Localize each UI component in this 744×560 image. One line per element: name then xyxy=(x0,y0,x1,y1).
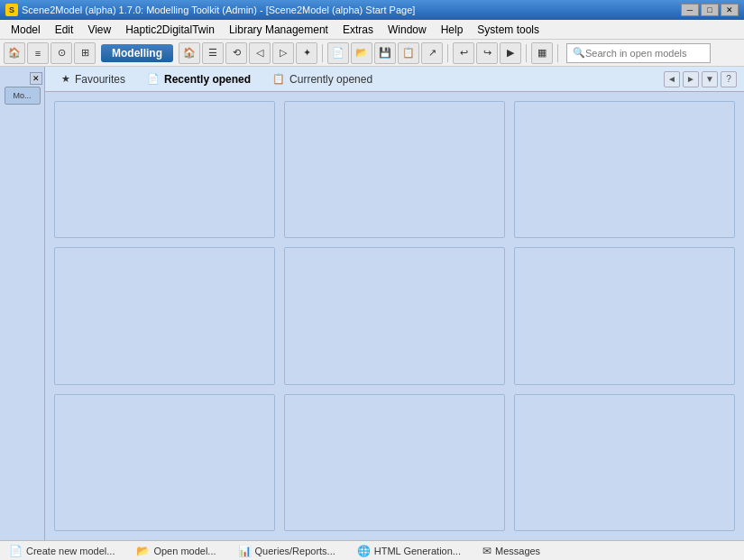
status-create-model[interactable]: 📄 Create new model... xyxy=(5,543,118,559)
menu-edit[interactable]: Edit xyxy=(48,22,81,38)
tab-prev-btn[interactable]: ◄ xyxy=(664,71,680,87)
search-input[interactable] xyxy=(585,48,703,59)
tab-recently-opened[interactable]: 📄 Recently opened xyxy=(138,70,260,88)
toolbar-btn-save[interactable]: 💾 xyxy=(374,42,396,64)
toolbar-btn-1[interactable]: 🏠 xyxy=(4,42,25,64)
toolbar-btn-right[interactable]: ▷ xyxy=(272,42,294,64)
sidebar: ✕ Mo... xyxy=(0,67,45,540)
menu-window[interactable]: Window xyxy=(381,22,434,38)
grid-area xyxy=(45,92,744,540)
close-button[interactable]: ✕ xyxy=(721,4,739,16)
html-gen-label: HTML Generation... xyxy=(374,546,461,556)
queries-label: Queries/Reports... xyxy=(255,546,335,556)
tab-currently-opened[interactable]: 📋 Currently opened xyxy=(263,70,381,88)
sidebar-close-btn[interactable]: ✕ xyxy=(30,72,42,85)
open-model-label: Open model... xyxy=(153,546,216,556)
title-bar-controls: ─ □ ✕ xyxy=(681,4,739,16)
toolbar-btn-home[interactable]: 🏠 xyxy=(179,42,200,64)
grid-cell-2[interactable] xyxy=(284,101,505,238)
tab-navigation: ◄ ► ▼ ? xyxy=(664,71,737,87)
menu-haptic[interactable]: Haptic2DigitalTwin xyxy=(118,22,222,38)
toolbar-btn-open[interactable]: 📂 xyxy=(351,42,372,64)
messages-icon: ✉ xyxy=(482,545,491,557)
grid-cell-7[interactable] xyxy=(54,394,275,531)
messages-label: Messages xyxy=(495,546,540,556)
title-bar: S Scene2Model (alpha) 1.7.0: Modelling T… xyxy=(0,0,744,20)
toolbar-separator-1 xyxy=(322,44,323,62)
menu-library[interactable]: Library Management xyxy=(222,22,335,38)
tab-recently-opened-label: Recently opened xyxy=(164,73,251,86)
search-box: 🔍 xyxy=(566,43,711,63)
menu-view[interactable]: View xyxy=(80,22,118,38)
search-icon: 🔍 xyxy=(573,47,585,59)
open-model-icon: 📂 xyxy=(136,545,150,557)
toolbar-btn-export[interactable]: ↗ xyxy=(421,42,443,64)
toolbar-separator-2 xyxy=(447,44,448,62)
toolbar-label: Modelling xyxy=(101,44,173,62)
title-bar-text: Scene2Model (alpha) 1.7.0: Modelling Too… xyxy=(22,5,681,15)
tab-dropdown-btn[interactable]: ▼ xyxy=(702,71,718,87)
status-queries[interactable]: 📊 Queries/Reports... xyxy=(234,543,339,559)
content-area: ★ Favourites 📄 Recently opened 📋 Current… xyxy=(45,67,744,540)
restore-button[interactable]: □ xyxy=(701,4,719,16)
grid-cell-8[interactable] xyxy=(284,394,505,531)
tab-help-btn[interactable]: ? xyxy=(721,71,737,87)
recently-opened-icon: 📄 xyxy=(147,73,160,85)
toolbar-btn-list[interactable]: ☰ xyxy=(202,42,224,64)
toolbar-separator-3 xyxy=(526,44,527,62)
favourites-icon: ★ xyxy=(61,73,70,85)
tab-currently-opened-label: Currently opened xyxy=(289,73,372,86)
toolbar-btn-undo[interactable]: ↩ xyxy=(453,42,474,64)
toolbar-btn-saveas[interactable]: 📋 xyxy=(398,42,419,64)
menu-model[interactable]: Model xyxy=(4,22,48,38)
menu-system-tools[interactable]: System tools xyxy=(470,22,547,38)
toolbar-btn-redo[interactable]: ↪ xyxy=(476,42,498,64)
create-model-icon: 📄 xyxy=(9,545,23,557)
toolbar-btn-grid[interactable]: ▦ xyxy=(531,42,553,64)
menu-help[interactable]: Help xyxy=(434,22,471,38)
toolbar-btn-2[interactable]: ≡ xyxy=(27,42,49,64)
currently-opened-icon: 📋 xyxy=(272,73,285,85)
sidebar-tab-label: Mo... xyxy=(13,91,31,100)
minimize-button[interactable]: ─ xyxy=(681,4,699,16)
tab-bar: ★ Favourites 📄 Recently opened 📋 Current… xyxy=(45,67,744,92)
menu-extras[interactable]: Extras xyxy=(335,22,381,38)
grid-cell-9[interactable] xyxy=(514,394,735,531)
grid-cell-1[interactable] xyxy=(54,101,275,238)
toolbar-btn-star[interactable]: ✦ xyxy=(296,42,317,64)
app-icon: S xyxy=(5,4,18,16)
grid-cell-4[interactable] xyxy=(54,247,275,384)
tab-favourites[interactable]: ★ Favourites xyxy=(52,70,134,88)
status-messages[interactable]: ✉ Messages xyxy=(479,543,544,559)
toolbar-btn-back[interactable]: ⟲ xyxy=(225,42,247,64)
toolbar-btn-new[interactable]: 📄 xyxy=(327,42,349,64)
toolbar-btn-4[interactable]: ⊞ xyxy=(74,42,96,64)
tab-favourites-label: Favourites xyxy=(75,73,125,86)
create-model-label: Create new model... xyxy=(26,546,115,556)
grid-cell-5[interactable] xyxy=(284,247,505,384)
toolbar-separator-4 xyxy=(557,44,558,62)
toolbar-btn-left[interactable]: ◁ xyxy=(249,42,271,64)
tab-next-btn[interactable]: ► xyxy=(683,71,699,87)
main-layout: ✕ Mo... ★ Favourites 📄 Recently opened 📋… xyxy=(0,67,744,540)
queries-icon: 📊 xyxy=(238,545,252,557)
toolbar-btn-3[interactable]: ⊙ xyxy=(51,42,72,64)
status-html-gen[interactable]: 🌐 HTML Generation... xyxy=(354,543,464,559)
grid-cell-3[interactable] xyxy=(514,101,735,238)
grid-cell-6[interactable] xyxy=(514,247,735,384)
status-bar: 📄 Create new model... 📂 Open model... 📊 … xyxy=(0,540,744,560)
toolbar: 🏠 ≡ ⊙ ⊞ Modelling 🏠 ☰ ⟲ ◁ ▷ ✦ 📄 📂 💾 📋 ↗ … xyxy=(0,40,744,67)
toolbar-btn-run[interactable]: ▶ xyxy=(500,42,521,64)
sidebar-tab-mo[interactable]: Mo... xyxy=(5,87,41,105)
menu-bar: Model Edit View Haptic2DigitalTwin Libra… xyxy=(0,20,744,40)
status-open-model[interactable]: 📂 Open model... xyxy=(133,543,219,559)
html-gen-icon: 🌐 xyxy=(357,545,371,557)
